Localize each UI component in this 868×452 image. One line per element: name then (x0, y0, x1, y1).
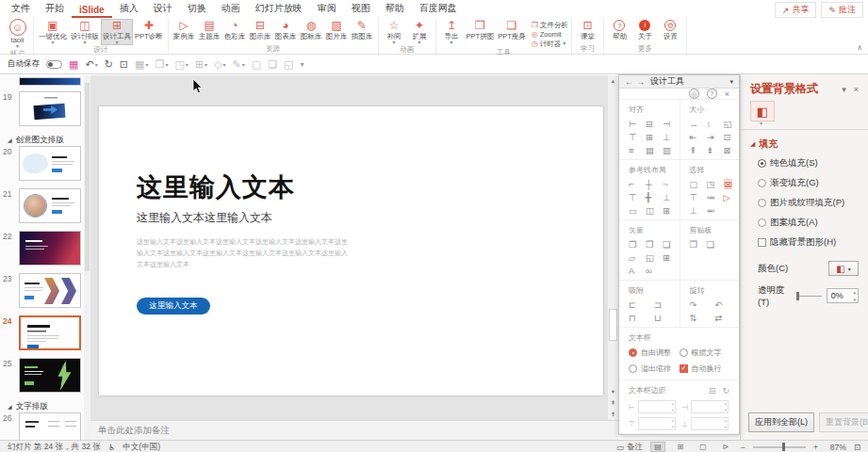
zoom-in-icon[interactable]: + (813, 443, 818, 452)
quick-toolbar-button[interactable]: ▦ ▾ (135, 58, 148, 71)
ribbon-item[interactable]: ❐ PPT拼图 (465, 19, 497, 40)
quick-toolbar-button[interactable]: ⊡ (120, 58, 128, 71)
settings-icon[interactable]: ◎ (689, 89, 699, 99)
margin-link-icon[interactable]: ⊟ (709, 386, 716, 396)
view-button[interactable]: ▢ (696, 442, 711, 452)
thumbnail-section-header[interactable]: ◢ 创意图文排版 (0, 134, 90, 146)
quick-toolbar-button[interactable]: ❏ (268, 58, 277, 71)
slide-thumbnail[interactable]: 19 (0, 91, 90, 127)
ribbon-tab[interactable]: 文件 (4, 0, 38, 18)
ribbon-tab[interactable]: 帮助 (378, 0, 412, 18)
select-tool-icon[interactable]: ⊤ (690, 190, 707, 203)
select-tool-icon[interactable]: ⊥ (690, 203, 707, 217)
canvas-scrollbar[interactable]: ▴ ▾ ⇞ ⇟ (607, 75, 618, 420)
guide-tool-icon[interactable]: ◫ (646, 203, 663, 217)
guide-tool-icon[interactable]: ⌐ (629, 177, 646, 190)
guide-tool-icon[interactable]: ┼ (646, 177, 663, 190)
size-tool-icon[interactable]: ⊡ (724, 130, 741, 143)
notes-toggle-button[interactable]: ▭ 备注 (616, 442, 643, 452)
ribbon-tab[interactable]: 切换 (180, 0, 214, 18)
quick-toolbar-button[interactable]: ❐ ▾ (156, 58, 169, 71)
quick-toolbar-button[interactable]: ▾ (300, 60, 303, 69)
slide-thumbnail[interactable]: 23 (0, 273, 90, 309)
vector-tool-icon[interactable]: ❏ (663, 237, 680, 250)
ribbon-tab[interactable]: 审阅 (310, 0, 344, 18)
size-tool-icon[interactable]: ⊠ (724, 143, 741, 156)
ribbon-item[interactable]: ⊞ 设计工具 ▾ (101, 19, 133, 45)
quick-toolbar-button[interactable]: ▦ (69, 58, 78, 71)
size-tool-icon[interactable]: ⇟ (707, 143, 724, 156)
zoom-level[interactable]: 87% (826, 443, 846, 452)
quick-toolbar-button[interactable]: ◱ (284, 58, 293, 71)
select-tool-icon[interactable]: ≕ (707, 203, 724, 217)
quick-toolbar-button[interactable]: ◇ ▾ (214, 58, 225, 71)
apply-to-all-button[interactable]: 应用到全部(L) (748, 412, 814, 432)
slide-thumbnail[interactable] (0, 77, 90, 86)
ribbon-item[interactable]: ⚙ 设置 (658, 19, 683, 40)
fill-option[interactable]: 图片或纹理填充(P) (741, 193, 868, 213)
help-icon[interactable]: ? (707, 89, 717, 99)
accessibility-icon[interactable]: ♿ (108, 443, 116, 452)
scrollbar-thumb[interactable] (609, 309, 617, 341)
align-tool-icon[interactable]: ⊥ (663, 130, 680, 143)
ribbon-item[interactable]: ◕ 图表库 (273, 19, 299, 40)
rotate-tool-icon[interactable]: ⇄ (715, 311, 741, 324)
notes-pane[interactable]: 单击此处添加备注 (90, 420, 618, 440)
align-tool-icon[interactable]: ⊟ (646, 117, 663, 130)
size-tool-icon[interactable]: ◱ (724, 117, 741, 130)
color-dropdown-button[interactable]: ◧ ▾ (828, 261, 859, 276)
guide-tool-icon[interactable]: ¬ (663, 177, 680, 190)
textbox-option[interactable]: 根据文字 (680, 347, 730, 358)
slide[interactable]: 这里输入文本 这里输入文本这里输入文本 这里输入文本这里输入文本这里输入文本这里… (99, 106, 603, 396)
snap-tool-icon[interactable]: ⊓ (629, 311, 654, 324)
ribbon-item[interactable]: ↥ 导出 ▾ (439, 19, 465, 45)
align-tool-icon[interactable]: ▥ (663, 143, 680, 156)
align-tool-icon[interactable]: ≡ (629, 143, 646, 156)
forward-icon[interactable]: → (637, 77, 646, 87)
guide-tool-icon[interactable]: ▭ (629, 203, 646, 217)
slide-canvas[interactable]: 这里输入文本 这里输入文本这里输入文本 这里输入文本这里输入文本这里输入文本这里… (90, 75, 618, 420)
ribbon-tab[interactable]: 视图 (344, 0, 378, 18)
fill-section-header[interactable]: ◢ 填充 (741, 130, 868, 153)
slide-subtitle[interactable]: 这里输入文本这里输入文本 (137, 210, 272, 226)
scroll-down-icon[interactable]: ▾ (608, 386, 618, 397)
previous-slide-icon[interactable]: ⇞ (608, 397, 618, 409)
ribbon-item[interactable]: ◎ Zoomit (532, 30, 568, 39)
guide-tool-icon[interactable]: ╋ (646, 190, 663, 203)
align-tool-icon[interactable]: ⊞ (646, 130, 663, 143)
ribbon-item[interactable]: ▷ 案例库 (172, 19, 197, 40)
select-tool-icon[interactable]: ⊠ (724, 177, 741, 190)
size-tool-icon[interactable]: ⇞ (690, 143, 707, 156)
autosave-toggle[interactable] (46, 60, 62, 69)
vector-tool-icon[interactable]: ◱ (646, 250, 663, 264)
margin-right-input[interactable] (691, 400, 729, 413)
vector-tool-icon[interactable]: ❒ (629, 237, 646, 250)
align-tool-icon[interactable]: ⊣ (663, 117, 680, 130)
quick-toolbar-button[interactable]: ◳ ▾ (174, 58, 188, 71)
ribbon-item[interactable]: ⊟ 图示库 (248, 19, 273, 40)
close-icon[interactable]: × (854, 85, 859, 94)
fill-bucket-icon[interactable]: ◧ (750, 101, 775, 121)
slide-thumbnail[interactable]: 25 (0, 358, 90, 394)
chevron-down-icon[interactable]: ▾ (842, 85, 846, 94)
slide-button[interactable]: 这里输入文本 (137, 298, 210, 315)
panel-header[interactable]: ← → 设计工具 ▾ (619, 75, 739, 89)
margin-bottom-input[interactable] (691, 417, 729, 430)
back-icon[interactable]: ← (625, 77, 633, 87)
ribbon-item[interactable]: ▤ 主题库 (197, 19, 222, 40)
language-indicator[interactable]: 中文(中国) (123, 442, 160, 452)
textbox-option[interactable]: 溢出缩排 (629, 363, 680, 374)
transparency-slider[interactable] (796, 296, 822, 297)
rotate-tool-icon[interactable]: ↷ (690, 298, 715, 311)
snap-tool-icon[interactable]: ⊏ (629, 298, 654, 311)
size-tool-icon[interactable]: ⇥ (707, 130, 724, 143)
slide-thumbnail-selected[interactable]: 24 (0, 315, 90, 351)
view-button[interactable]: ⊳ (718, 442, 733, 452)
ribbon-item[interactable]: ❒ 文件分析 (532, 21, 568, 29)
vector-tool-icon[interactable]: ❐ (646, 237, 663, 250)
vector-tool-icon[interactable]: ▱ (629, 250, 646, 264)
align-tool-icon[interactable]: ▤ (646, 143, 663, 156)
comments-button[interactable]: ✎ 批注 (821, 2, 863, 18)
ribbon-item[interactable]: ❏ PPT瘦身 (496, 19, 528, 40)
slide-thumbnail[interactable]: 21 (0, 188, 90, 224)
